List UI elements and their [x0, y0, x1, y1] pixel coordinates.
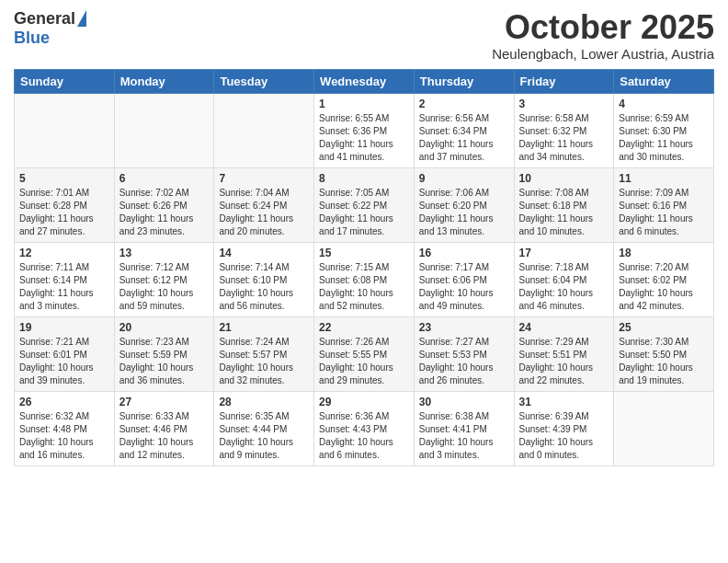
day-info: Sunrise: 7:14 AM Sunset: 6:10 PM Dayligh…	[219, 261, 309, 313]
day-info: Sunrise: 7:15 AM Sunset: 6:08 PM Dayligh…	[319, 261, 409, 313]
day-number: 18	[619, 247, 709, 259]
weekday-header-sunday: Sunday	[15, 69, 115, 93]
calendar-table: SundayMondayTuesdayWednesdayThursdayFrid…	[14, 69, 714, 466]
day-number: 6	[119, 172, 210, 185]
weekday-header-wednesday: Wednesday	[314, 69, 415, 93]
calendar-week-row: 26Sunrise: 6:32 AM Sunset: 4:48 PM Dayli…	[15, 391, 714, 465]
calendar-cell: 7Sunrise: 7:04 AM Sunset: 6:24 PM Daylig…	[214, 167, 314, 242]
logo-triangle-icon	[77, 10, 86, 27]
weekday-header-row: SundayMondayTuesdayWednesdayThursdayFrid…	[15, 69, 714, 93]
day-number: 5	[19, 172, 109, 185]
calendar-cell: 4Sunrise: 6:59 AM Sunset: 6:30 PM Daylig…	[614, 93, 714, 167]
day-info: Sunrise: 7:02 AM Sunset: 6:26 PM Dayligh…	[119, 187, 210, 238]
calendar-cell: 14Sunrise: 7:14 AM Sunset: 6:10 PM Dayli…	[214, 242, 314, 316]
calendar-cell: 24Sunrise: 7:29 AM Sunset: 5:51 PM Dayli…	[514, 316, 614, 391]
calendar-cell	[614, 391, 714, 465]
day-info: Sunrise: 7:06 AM Sunset: 6:20 PM Dayligh…	[419, 187, 509, 238]
day-number: 23	[419, 321, 509, 334]
day-info: Sunrise: 6:58 AM Sunset: 6:32 PM Dayligh…	[519, 112, 609, 164]
calendar-cell: 31Sunrise: 6:39 AM Sunset: 4:39 PM Dayli…	[514, 391, 614, 465]
day-number: 11	[619, 172, 709, 185]
day-number: 10	[519, 172, 609, 185]
day-info: Sunrise: 7:20 AM Sunset: 6:02 PM Dayligh…	[619, 261, 709, 313]
day-info: Sunrise: 7:23 AM Sunset: 5:59 PM Dayligh…	[119, 336, 210, 387]
calendar-cell: 26Sunrise: 6:32 AM Sunset: 4:48 PM Dayli…	[15, 391, 115, 465]
day-number: 15	[319, 247, 409, 259]
calendar-cell: 13Sunrise: 7:12 AM Sunset: 6:12 PM Dayli…	[114, 242, 214, 316]
day-info: Sunrise: 7:09 AM Sunset: 6:16 PM Dayligh…	[619, 187, 709, 238]
day-info: Sunrise: 6:38 AM Sunset: 4:41 PM Dayligh…	[419, 410, 509, 462]
day-info: Sunrise: 6:56 AM Sunset: 6:34 PM Dayligh…	[419, 112, 509, 164]
calendar-cell: 12Sunrise: 7:11 AM Sunset: 6:14 PM Dayli…	[15, 242, 115, 316]
calendar-cell: 1Sunrise: 6:55 AM Sunset: 6:36 PM Daylig…	[314, 93, 415, 167]
calendar-week-row: 1Sunrise: 6:55 AM Sunset: 6:36 PM Daylig…	[15, 93, 714, 167]
weekday-header-friday: Friday	[514, 69, 614, 93]
day-number: 28	[219, 396, 309, 408]
day-info: Sunrise: 6:36 AM Sunset: 4:43 PM Dayligh…	[319, 410, 409, 462]
day-number: 14	[219, 247, 309, 259]
day-info: Sunrise: 7:12 AM Sunset: 6:12 PM Dayligh…	[119, 261, 210, 313]
calendar-cell: 21Sunrise: 7:24 AM Sunset: 5:57 PM Dayli…	[214, 316, 314, 391]
calendar-cell: 29Sunrise: 6:36 AM Sunset: 4:43 PM Dayli…	[314, 391, 415, 465]
page: General Blue October 2025 Neulengbach, L…	[0, 0, 728, 563]
day-info: Sunrise: 7:18 AM Sunset: 6:04 PM Dayligh…	[519, 261, 609, 313]
calendar-cell: 27Sunrise: 6:33 AM Sunset: 4:46 PM Dayli…	[114, 391, 214, 465]
day-info: Sunrise: 7:26 AM Sunset: 5:55 PM Dayligh…	[319, 336, 409, 387]
month-title: October 2025	[492, 9, 714, 46]
day-number: 2	[419, 98, 509, 110]
calendar-week-row: 12Sunrise: 7:11 AM Sunset: 6:14 PM Dayli…	[15, 242, 714, 316]
day-info: Sunrise: 6:59 AM Sunset: 6:30 PM Dayligh…	[619, 112, 709, 164]
day-info: Sunrise: 6:35 AM Sunset: 4:44 PM Dayligh…	[219, 410, 309, 462]
day-info: Sunrise: 7:27 AM Sunset: 5:53 PM Dayligh…	[419, 336, 509, 387]
day-number: 12	[19, 247, 109, 259]
calendar-cell: 15Sunrise: 7:15 AM Sunset: 6:08 PM Dayli…	[314, 242, 415, 316]
calendar-cell: 5Sunrise: 7:01 AM Sunset: 6:28 PM Daylig…	[15, 167, 115, 242]
day-number: 1	[319, 98, 409, 110]
day-number: 21	[219, 321, 309, 334]
day-number: 25	[619, 321, 709, 334]
day-number: 24	[519, 321, 609, 334]
calendar-cell: 25Sunrise: 7:30 AM Sunset: 5:50 PM Dayli…	[614, 316, 714, 391]
day-number: 7	[219, 172, 309, 185]
day-number: 13	[119, 247, 210, 259]
day-info: Sunrise: 7:30 AM Sunset: 5:50 PM Dayligh…	[619, 336, 709, 387]
day-number: 31	[519, 396, 609, 408]
day-number: 30	[419, 396, 509, 408]
calendar-cell: 2Sunrise: 6:56 AM Sunset: 6:34 PM Daylig…	[414, 93, 514, 167]
calendar-cell: 19Sunrise: 7:21 AM Sunset: 6:01 PM Dayli…	[15, 316, 115, 391]
day-info: Sunrise: 7:08 AM Sunset: 6:18 PM Dayligh…	[519, 187, 609, 238]
day-number: 27	[119, 396, 210, 408]
weekday-header-tuesday: Tuesday	[214, 69, 314, 93]
logo-general-text: General	[14, 9, 75, 29]
location-title: Neulengbach, Lower Austria, Austria	[492, 46, 714, 62]
calendar-cell: 18Sunrise: 7:20 AM Sunset: 6:02 PM Dayli…	[614, 242, 714, 316]
calendar-cell: 16Sunrise: 7:17 AM Sunset: 6:06 PM Dayli…	[414, 242, 514, 316]
calendar-cell: 30Sunrise: 6:38 AM Sunset: 4:41 PM Dayli…	[414, 391, 514, 465]
calendar-cell: 17Sunrise: 7:18 AM Sunset: 6:04 PM Dayli…	[514, 242, 614, 316]
calendar-cell	[15, 93, 115, 167]
day-number: 29	[319, 396, 409, 408]
day-number: 26	[19, 396, 109, 408]
header: General Blue October 2025 Neulengbach, L…	[14, 9, 714, 62]
day-info: Sunrise: 7:21 AM Sunset: 6:01 PM Dayligh…	[19, 336, 109, 387]
day-info: Sunrise: 7:24 AM Sunset: 5:57 PM Dayligh…	[219, 336, 309, 387]
day-info: Sunrise: 7:01 AM Sunset: 6:28 PM Dayligh…	[19, 187, 109, 238]
calendar-cell: 23Sunrise: 7:27 AM Sunset: 5:53 PM Dayli…	[414, 316, 514, 391]
title-area: October 2025 Neulengbach, Lower Austria,…	[492, 9, 714, 62]
calendar-cell: 8Sunrise: 7:05 AM Sunset: 6:22 PM Daylig…	[314, 167, 415, 242]
calendar-cell	[114, 93, 214, 167]
day-number: 16	[419, 247, 509, 259]
day-info: Sunrise: 6:55 AM Sunset: 6:36 PM Dayligh…	[319, 112, 409, 164]
calendar-cell: 6Sunrise: 7:02 AM Sunset: 6:26 PM Daylig…	[114, 167, 214, 242]
calendar-week-row: 19Sunrise: 7:21 AM Sunset: 6:01 PM Dayli…	[15, 316, 714, 391]
day-number: 4	[619, 98, 709, 110]
day-number: 8	[319, 172, 409, 185]
weekday-header-saturday: Saturday	[614, 69, 714, 93]
day-info: Sunrise: 6:39 AM Sunset: 4:39 PM Dayligh…	[519, 410, 609, 462]
day-number: 19	[19, 321, 109, 334]
day-number: 9	[419, 172, 509, 185]
day-info: Sunrise: 7:17 AM Sunset: 6:06 PM Dayligh…	[419, 261, 509, 313]
calendar-cell: 9Sunrise: 7:06 AM Sunset: 6:20 PM Daylig…	[414, 167, 514, 242]
calendar-cell: 3Sunrise: 6:58 AM Sunset: 6:32 PM Daylig…	[514, 93, 614, 167]
calendar-cell: 20Sunrise: 7:23 AM Sunset: 5:59 PM Dayli…	[114, 316, 214, 391]
